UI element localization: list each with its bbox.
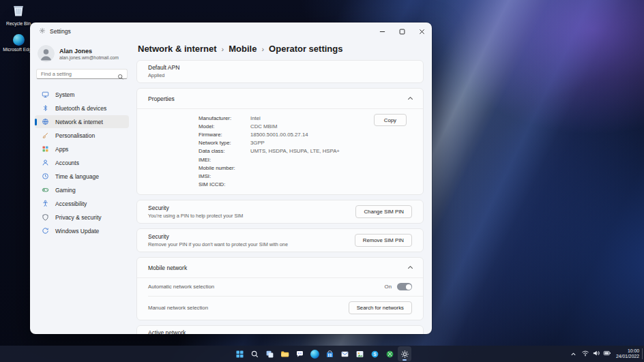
chevron-up-icon[interactable]: [407, 93, 414, 105]
sidebar-item-gaming[interactable]: Gaming: [35, 183, 129, 196]
apps-icon: [42, 145, 49, 153]
settings-sidebar: Alan Jones alan.jones.wm@hotmail.com Sys…: [30, 40, 134, 334]
change-sim-pin-button[interactable]: Change SIM PIN: [355, 205, 412, 218]
default-apn-title: Default APN: [148, 64, 412, 71]
system-icon: [42, 91, 49, 98]
edge-taskbar-icon[interactable]: [308, 346, 321, 361]
file-explorer-icon[interactable]: [278, 346, 291, 361]
minimize-button[interactable]: [372, 22, 392, 40]
manual-network-label: Manual network selection: [148, 305, 208, 311]
edge-icon: [13, 34, 25, 46]
clock-time: 10:00: [616, 348, 639, 355]
window-title: Settings: [50, 28, 71, 35]
property-row: Data class: UMTS, HSDPA, HSUPA, LTE, HSP…: [199, 147, 412, 155]
default-apn-card: Default APN Applied: [136, 60, 424, 83]
property-row: Firmware: 18500.5001.00.05.27.14: [199, 130, 412, 138]
chat-icon[interactable]: [293, 346, 306, 361]
user-account[interactable]: Alan Jones alan.jones.wm@hotmail.com: [35, 40, 129, 69]
sidebar-item-label: Accounts: [55, 160, 79, 166]
clock-date: 24/01/2022: [616, 354, 639, 360]
property-row: Network type: 3GPP: [199, 139, 412, 147]
titlebar-app-identity: Settings: [39, 27, 71, 35]
sidebar-item-accessibility[interactable]: Accessibility: [35, 197, 129, 210]
close-button[interactable]: [412, 22, 432, 40]
taskbar-clock[interactable]: 10:00 24/01/2022: [616, 348, 639, 360]
wifi-icon: [581, 348, 589, 360]
search-icon: [117, 71, 124, 83]
xbox-icon[interactable]: [383, 346, 396, 361]
task-view-icon[interactable]: [263, 346, 276, 361]
sidebar-item-system[interactable]: System: [35, 88, 129, 101]
property-row: IMEI:: [199, 155, 412, 164]
avatar: [38, 45, 55, 62]
remove-sim-pin-button[interactable]: Remove SIM PIN: [355, 234, 412, 247]
sidebar-item-label: Windows Update: [55, 228, 99, 235]
sidebar-item-label: Accessibility: [55, 200, 87, 207]
tray-status-icons[interactable]: [581, 348, 611, 360]
manual-network-row: Manual network selection Search for netw…: [137, 297, 423, 320]
mobile-network-header[interactable]: Mobile network: [137, 258, 423, 277]
maximize-button[interactable]: [392, 22, 412, 40]
mobile-network-title: Mobile network: [148, 265, 187, 271]
breadcrumb-mobile[interactable]: Mobile: [229, 44, 257, 54]
taskbar: S: [0, 346, 644, 362]
sidebar-item-label: Bluetooth & devices: [55, 105, 106, 112]
microsoft-store-icon[interactable]: [323, 346, 336, 361]
chevron-up-icon[interactable]: [407, 262, 414, 274]
user-identity: Alan Jones alan.jones.wm@hotmail.com: [59, 48, 119, 60]
sidebar-item-apps[interactable]: Apps: [35, 142, 129, 155]
property-row: SIM ICCID:: [199, 181, 412, 189]
breadcrumb: Network & internet › Mobile › Operator s…: [138, 44, 424, 54]
search-taskbar-icon[interactable]: [248, 346, 261, 361]
sidebar-item-label: Personalisation: [55, 132, 95, 139]
active-network-title: Active network: [148, 329, 412, 334]
tray-chevron-up-icon[interactable]: [570, 348, 576, 360]
desktop-icon-label: Microsoft Edge: [3, 47, 33, 52]
desktop-icon-label: Recycle Bin: [6, 21, 31, 27]
sidebar-item-label: Gaming: [55, 187, 76, 194]
toggle-knob: [406, 284, 411, 290]
sidebar-item-accounts[interactable]: Accounts: [35, 156, 129, 169]
titlebar[interactable]: Settings: [30, 22, 432, 40]
sidebar-item-network-internet[interactable]: Network & internet: [35, 115, 129, 128]
sidebar-item-personalisation[interactable]: Personalisation: [35, 129, 129, 142]
recycle-bin-shortcut[interactable]: Recycle Bin: [3, 3, 34, 27]
security-change-pin-text: Security You're using a PIN to help prot…: [148, 205, 243, 219]
breadcrumb-network-internet[interactable]: Network & internet: [138, 44, 217, 54]
security-change-pin-card: Security You're using a PIN to help prot…: [136, 200, 424, 224]
sidebar-item-windows-update[interactable]: Windows Update: [35, 224, 129, 237]
breadcrumb-separator: ›: [261, 45, 264, 53]
settings-search[interactable]: [36, 69, 128, 79]
accessibility-icon: [42, 200, 49, 207]
search-for-networks-button[interactable]: Search for networks: [349, 301, 412, 314]
sidebar-item-privacy-security[interactable]: Privacy & security: [35, 211, 129, 224]
sidebar-item-bluetooth-devices[interactable]: Bluetooth & devices: [35, 102, 129, 115]
settings-taskbar-icon[interactable]: [398, 346, 411, 361]
properties-body: Manufacturer: Intel Model: CDC MBIM Firm…: [137, 109, 423, 194]
skype-icon[interactable]: S: [368, 346, 381, 361]
copy-button[interactable]: Copy: [374, 114, 407, 126]
time-language-icon: [42, 172, 49, 180]
photos-icon[interactable]: [353, 346, 366, 361]
gaming-icon: [42, 186, 49, 194]
privacy-shield-icon: [42, 213, 49, 221]
search-input[interactable]: [37, 71, 127, 77]
settings-window: Settings: [30, 22, 432, 334]
edge-icon: [310, 350, 319, 359]
recycle-bin-icon: [12, 3, 25, 20]
sidebar-item-time-language[interactable]: Time & language: [35, 170, 129, 183]
property-row: IMSI:: [199, 172, 412, 180]
windows-update-icon: [42, 227, 49, 235]
sidebar-item-label: Network & internet: [55, 119, 103, 125]
sidebar-item-label: Apps: [55, 146, 68, 153]
automatic-network-row: Automatic network selection On: [137, 278, 423, 296]
system-tray: 10:00 24/01/2022: [570, 346, 639, 362]
security-remove-pin-text: Security Remove your PIN if you don't wa…: [148, 233, 288, 247]
property-row: Mobile number:: [199, 164, 412, 172]
toggle-state-label: On: [385, 284, 392, 290]
start-button[interactable]: [233, 346, 246, 361]
automatic-network-toggle[interactable]: [397, 283, 412, 290]
mail-icon[interactable]: [338, 346, 351, 361]
default-apn-status: Applied: [148, 72, 412, 78]
properties-header[interactable]: Properties: [137, 89, 423, 108]
